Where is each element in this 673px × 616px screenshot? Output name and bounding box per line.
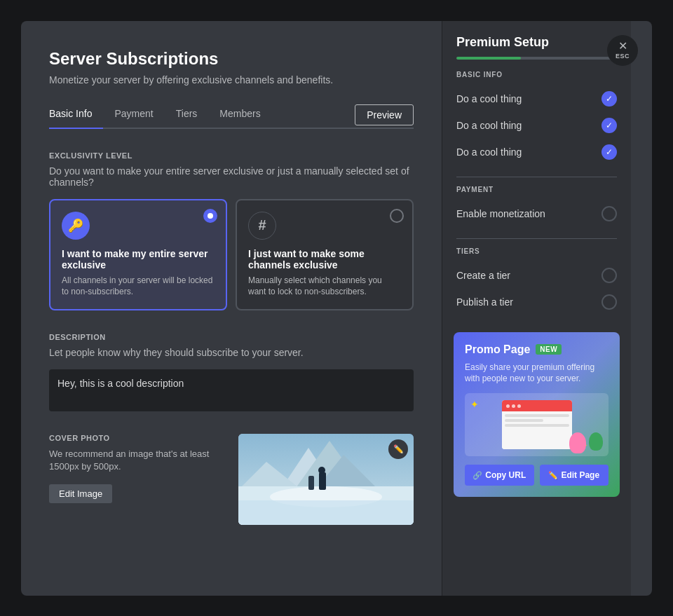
dot-1 xyxy=(506,404,510,408)
premium-setup-title: Premium Setup xyxy=(456,35,549,50)
svg-rect-8 xyxy=(308,476,314,490)
cover-image xyxy=(238,434,414,525)
progress-bar xyxy=(456,57,617,60)
radio-entire-server xyxy=(203,209,217,223)
check-circle-3: ✓ xyxy=(601,144,617,160)
link-icon: 🔗 xyxy=(473,471,482,480)
promo-line-1 xyxy=(505,414,569,417)
key-icon: 🔑 xyxy=(62,212,90,240)
promo-card-desc: Easily share your premium offering with … xyxy=(465,362,609,385)
check-circle-1: ✓ xyxy=(601,91,617,107)
edit-page-button[interactable]: ✏️ Edit Page xyxy=(540,465,609,486)
copy-url-button[interactable]: 🔗 Copy URL xyxy=(465,465,534,486)
checklist-item: Do a cool thing ✓ xyxy=(456,112,617,139)
cover-left: COVER PHOTO We recommend an image that's… xyxy=(49,434,222,503)
tabs-container: Basic Info Payment Tiers Members Preview xyxy=(49,102,414,129)
esc-button[interactable]: ✕ ESC xyxy=(607,35,638,66)
edit-pencil-icon: ✏️ xyxy=(548,471,558,480)
premium-setup-header: Premium Setup ∧ xyxy=(442,21,631,50)
radio-some-channels xyxy=(390,209,404,223)
preview-button[interactable]: Preview xyxy=(355,104,414,125)
check-circle-tiers-1 xyxy=(601,268,617,283)
edit-image-button[interactable]: Edit Image xyxy=(49,484,112,503)
check-circle-tiers-2 xyxy=(601,294,617,310)
promo-window-bar xyxy=(502,400,572,411)
checklist-payment: PAYMENT Enable monetization xyxy=(442,186,631,235)
svg-point-10 xyxy=(318,467,325,474)
cover-photo-section: COVER PHOTO We recommend an image that's… xyxy=(49,434,414,525)
promo-window-body xyxy=(502,411,572,449)
hashtag-icon: # xyxy=(248,212,276,240)
exclusivity-section: EXCLUSIVITY LEVEL Do you want to make yo… xyxy=(49,151,414,311)
exclusivity-label: EXCLUSIVITY LEVEL xyxy=(49,151,414,160)
char-2 xyxy=(589,432,603,451)
left-panel: Server Subscriptions Monetize your serve… xyxy=(21,21,442,596)
new-badge: NEW xyxy=(536,344,562,355)
tab-members[interactable]: Members xyxy=(219,102,271,129)
checklist-item: Create a tier xyxy=(456,262,617,289)
card-desc-entire: All channels in your server will be lock… xyxy=(62,275,215,299)
promo-card-title: Promo Page NEW xyxy=(465,343,609,356)
modal: ✕ ESC Server Subscriptions Monetize your… xyxy=(21,21,652,596)
tab-payment[interactable]: Payment xyxy=(114,102,164,129)
card-title-entire: I want to make my entire server exclusiv… xyxy=(62,248,215,271)
tab-basic-info[interactable]: Basic Info xyxy=(49,102,103,129)
cover-image-container: ✏️ xyxy=(238,434,414,525)
dot-2 xyxy=(512,404,515,408)
progress-bar-container xyxy=(442,50,631,71)
card-title-some: I just want to make some channels exclus… xyxy=(248,248,401,271)
excl-card-entire-server[interactable]: 🔑 I want to make my entire server exclus… xyxy=(49,199,227,311)
page-subtitle: Monetize your server by offering exclusi… xyxy=(49,74,414,85)
dot-3 xyxy=(517,404,521,408)
char-1 xyxy=(569,432,586,453)
promo-characters xyxy=(569,432,603,453)
promo-actions: 🔗 Copy URL ✏️ Edit Page xyxy=(465,465,609,486)
description-label: DESCRIPTION xyxy=(49,333,414,341)
star-icon-1: ✦ xyxy=(470,399,479,410)
checklist-tiers: TIERS Create a tier Publish a tier xyxy=(442,247,631,324)
exclusivity-desc: Do you want to make your entire server e… xyxy=(49,165,414,188)
promo-window-mockup xyxy=(502,400,572,449)
check-circle-2: ✓ xyxy=(601,118,617,133)
card-desc-some: Manually select which channels you want … xyxy=(248,275,401,299)
cover-desc: We recommend an image that's at least 15… xyxy=(49,448,222,473)
edit-overlay-icon[interactable]: ✏️ xyxy=(388,439,408,459)
checklist-item: Enable monetization xyxy=(456,200,617,227)
checklist-item: Publish a tier xyxy=(456,289,617,315)
close-icon: ✕ xyxy=(618,41,627,52)
description-section: DESCRIPTION Let people know why they sho… xyxy=(49,333,414,414)
checklist-item: Do a cool thing ✓ xyxy=(456,139,617,165)
checklist-label-tiers: TIERS xyxy=(456,247,617,255)
description-desc: Let people know why they should subscrib… xyxy=(49,347,414,358)
modal-backdrop: ✕ ESC Server Subscriptions Monetize your… xyxy=(0,0,673,616)
promo-card: Promo Page NEW Easily share your premium… xyxy=(454,332,620,498)
excl-card-some-channels[interactable]: # I just want to make some channels excl… xyxy=(236,199,414,311)
esc-label: ESC xyxy=(616,53,630,60)
promo-line-3 xyxy=(505,424,569,427)
checklist-label-basic: BASIC INFO xyxy=(456,71,617,78)
svg-rect-7 xyxy=(238,500,414,525)
page-title: Server Subscriptions xyxy=(49,49,414,69)
exclusivity-cards: 🔑 I want to make my entire server exclus… xyxy=(49,199,414,311)
promo-illustration: ✦ ✦ xyxy=(465,393,609,456)
check-circle-payment-1 xyxy=(601,206,617,221)
cover-label: COVER PHOTO xyxy=(49,434,222,442)
checklist-basic-info: BASIC INFO Do a cool thing ✓ Do a cool t… xyxy=(442,71,631,174)
tab-tiers[interactable]: Tiers xyxy=(176,102,209,129)
svg-rect-9 xyxy=(319,472,326,490)
right-panel: Premium Setup ∧ BASIC INFO Do a cool thi… xyxy=(442,21,631,596)
checklist-label-payment: PAYMENT xyxy=(456,186,617,193)
divider-2 xyxy=(456,238,617,239)
description-textarea[interactable]: Hey, this is a cool description xyxy=(49,369,414,411)
divider-1 xyxy=(456,177,617,177)
promo-line-2 xyxy=(505,419,543,422)
progress-fill xyxy=(456,57,521,60)
checklist-item: Do a cool thing ✓ xyxy=(456,85,617,112)
